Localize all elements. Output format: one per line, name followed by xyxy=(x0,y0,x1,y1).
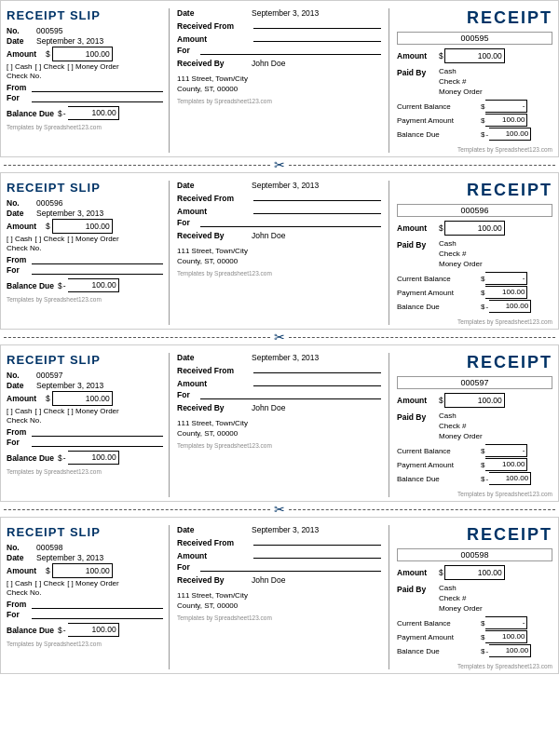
mid-address2-4: County, ST, 00000 xyxy=(177,601,381,611)
right-paid-by-row-3: Paid By Cash Check # Money Order xyxy=(397,412,552,440)
slip-date-row-3: Date September 3, 2013 xyxy=(7,381,163,390)
mid-for-label-3: For xyxy=(177,390,200,399)
slip-date-row-1: Date September 3, 2013 xyxy=(7,36,163,46)
right-paid-money-3: Money Order xyxy=(439,432,483,440)
from-for-block-1: From For xyxy=(7,83,163,102)
mid-amount-line-3 xyxy=(253,377,381,386)
right-paid-options-2: Cash Check # Money Order xyxy=(439,239,483,268)
mid-date-label-2: Date xyxy=(177,181,252,190)
payment-money-4: [ ] Money Order xyxy=(67,579,119,587)
right-dollar-3: $ xyxy=(439,396,443,405)
mid-template-credit-4: Templates by Spreadsheet123.com xyxy=(177,614,381,621)
mid-amount-label-4: Amount xyxy=(177,551,252,560)
slip-amount-row-4: Amount $ 100.00 xyxy=(7,563,163,578)
template-credit-left-3: Templates by Spreadsheet123.com xyxy=(7,468,163,475)
balance-due-row-left-4: Balance Due $ - 100.00 xyxy=(7,623,163,637)
from-row-1: From xyxy=(7,83,163,92)
receipt-block-2: RECEIPT SLIP No. 000596 Date September 3… xyxy=(0,172,559,330)
right-current-balance-value-2: - xyxy=(485,272,527,285)
mid-received-from-label-3: Received From xyxy=(177,366,252,375)
mid-received-by-value-2: John Doe xyxy=(252,231,285,240)
right-amount-label-1: Amount xyxy=(397,51,439,61)
right-payment-amount-label-3: Payment Amount xyxy=(397,461,481,469)
mid-received-by-row-3: Received By John Doe xyxy=(177,403,381,412)
date-label-left-4: Date xyxy=(7,553,36,562)
balance-due-row-left-1: Balance Due $ - 100.00 xyxy=(7,106,163,120)
right-paid-cash-3: Cash xyxy=(439,412,483,420)
balance-amount-left-1: 100.00 xyxy=(68,106,119,120)
right-current-balance-row-2: Current Balance $ - xyxy=(397,272,552,285)
scissors-line-left-1 xyxy=(4,165,270,166)
mid-amount-label-3: Amount xyxy=(177,379,252,388)
mid-date-value-1: September 3, 2013 xyxy=(252,8,319,18)
mid-amount-row-1: Amount xyxy=(177,33,381,44)
right-template-credit-3: Templates by Spreadsheet123.com xyxy=(397,491,552,497)
scissors-line-left-3 xyxy=(4,509,270,510)
right-balance-due-dollar-2: $ xyxy=(481,303,484,311)
check-no-label-3: Check No. xyxy=(7,416,41,425)
from-label-1: From xyxy=(7,83,30,92)
receipt-block-1: RECEIPT SLIP No. 000595 Date September 3… xyxy=(0,0,559,157)
mid-for-line-2 xyxy=(200,218,381,227)
slip-middle-2: Date September 3, 2013 Received From Amo… xyxy=(170,181,389,325)
receipt-title-1: RECEIPT xyxy=(397,8,552,28)
right-amount-box-4: 100.00 xyxy=(444,565,505,580)
payment-cash-1: [ ] Cash xyxy=(7,62,33,71)
right-current-balance-value-3: - xyxy=(485,444,527,457)
amount-dollar-left-1: $ xyxy=(46,49,50,59)
mid-for-row-2: For xyxy=(177,218,381,227)
mid-received-from-row-2: Received From xyxy=(177,192,381,203)
right-amount-box-2: 100.00 xyxy=(444,221,505,236)
receipt-no-box-1: 000595 xyxy=(397,32,552,45)
no-label-4: No. xyxy=(7,543,36,552)
right-current-balance-dollar-4: $ xyxy=(481,619,484,628)
slip-no-row-3: No. 000597 xyxy=(7,371,163,380)
right-paid-cash-4: Cash xyxy=(439,584,483,592)
right-balance-section-2: Current Balance $ - Payment Amount $ 100… xyxy=(397,272,552,313)
slip-no-value-1: 000595 xyxy=(36,26,62,35)
for-line-left-4 xyxy=(32,610,163,619)
from-row-2: From xyxy=(7,255,163,264)
right-template-credit-1: Templates by Spreadsheet123.com xyxy=(397,146,552,153)
template-credit-left-2: Templates by Spreadsheet123.com xyxy=(7,296,163,303)
slip-title-4: RECEIPT SLIP xyxy=(7,525,163,539)
right-current-balance-label-3: Current Balance xyxy=(397,447,481,455)
balance-due-label-left-4: Balance Due xyxy=(7,626,54,635)
mid-date-value-4: September 3, 2013 xyxy=(252,525,319,534)
for-row-left-1: For xyxy=(7,93,163,102)
slip-no-row-2: No. 000596 xyxy=(7,198,163,208)
mid-received-from-label-1: Received From xyxy=(177,21,252,31)
payment-money-2: [ ] Money Order xyxy=(67,235,119,243)
amount-dollar-left-2: $ xyxy=(46,222,50,231)
right-amount-row-4: Amount $ 100.00 xyxy=(397,565,552,580)
from-for-block-4: From For xyxy=(7,600,163,619)
right-paid-by-label-1: Paid By xyxy=(397,67,439,77)
from-for-block-2: From For xyxy=(7,255,163,275)
right-balance-due-row-4: Balance Due $ - 100.00 xyxy=(397,644,552,657)
receipt-block-3: RECEIPT SLIP No. 000597 Date September 3… xyxy=(0,344,559,502)
balance-dash-left-2: - xyxy=(63,281,66,290)
right-paid-by-label-3: Paid By xyxy=(397,412,439,422)
slip-left-2: RECEIPT SLIP No. 000596 Date September 3… xyxy=(7,181,170,325)
scissors-icon-2: ✂ xyxy=(270,330,289,344)
receipt-block-4: RECEIPT SLIP No. 000598 Date September 3… xyxy=(0,517,559,674)
balance-due-label-left-2: Balance Due xyxy=(7,281,54,290)
slip-middle-4: Date September 3, 2013 Received From Amo… xyxy=(170,525,389,669)
slip-right-4: RECEIPT 000598 Amount $ 100.00 Paid By C… xyxy=(389,525,552,669)
right-payment-amount-row-3: Payment Amount $ 100.00 xyxy=(397,458,552,471)
amount-label-left-3: Amount xyxy=(7,394,46,403)
receipt-no-box-4: 000598 xyxy=(397,548,552,561)
mid-received-from-label-2: Received From xyxy=(177,194,252,203)
mid-amount-line-2 xyxy=(253,205,381,214)
amount-box-left-3: 100.00 xyxy=(52,391,113,406)
right-balance-value-2: 100.00 xyxy=(489,300,531,313)
mid-received-from-line-2 xyxy=(253,192,381,201)
slip-title-2: RECEIPT SLIP xyxy=(7,181,163,195)
no-label-2: No. xyxy=(7,198,36,208)
right-balance-due-label-1: Balance Due xyxy=(397,130,481,139)
right-current-balance-dollar-1: $ xyxy=(481,102,484,111)
right-paid-check-2: Check # xyxy=(439,250,483,258)
mid-for-label-1: For xyxy=(177,46,200,55)
right-balance-value-1: 100.00 xyxy=(489,128,531,141)
mid-address-1: 111 Street, Town/City County, ST, 00000 xyxy=(177,74,381,94)
